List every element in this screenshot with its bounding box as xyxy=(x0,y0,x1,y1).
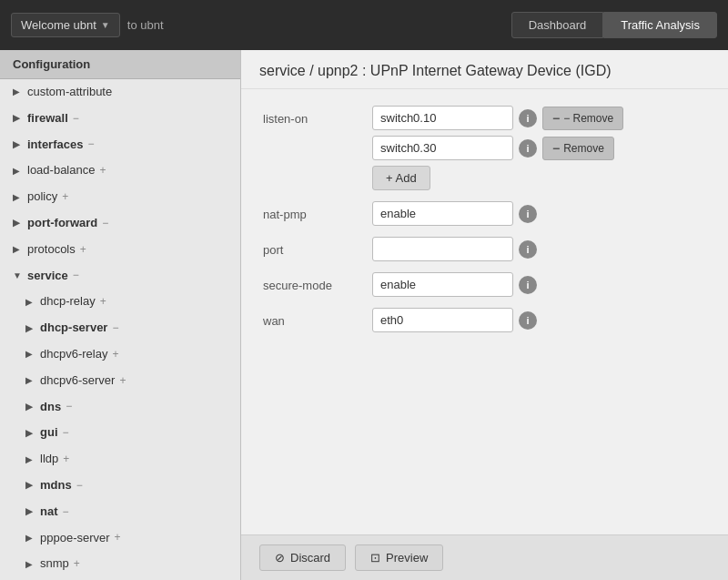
sidebar-item-label: dhcp-relay xyxy=(40,292,96,311)
secure-mode-info-icon[interactable]: i xyxy=(519,276,537,294)
sidebar-item-firewall[interactable]: ▶ firewall − xyxy=(0,106,240,132)
nat-pmp-input[interactable] xyxy=(372,201,513,226)
sidebar-item-policy[interactable]: ▶ policy + xyxy=(0,184,240,210)
chevron-right-icon: ▶ xyxy=(25,453,36,467)
sidebar-item-op: − xyxy=(102,215,108,232)
secure-mode-label: secure-mode xyxy=(263,272,372,292)
sidebar-item-dhcp-server[interactable]: ▶ dhcp-server − xyxy=(0,315,240,341)
sidebar-item-op: + xyxy=(99,162,106,179)
port-info-icon[interactable]: i xyxy=(519,240,537,259)
sidebar-item-label: mdns xyxy=(40,476,72,495)
wan-label: wan xyxy=(263,308,372,328)
sidebar-item-label: lldp xyxy=(40,450,58,469)
sidebar-item-op: + xyxy=(112,346,118,363)
listen-on-controls: i − − Remove i − Remove xyxy=(372,106,706,190)
sidebar-item-label: custom-attribute xyxy=(27,83,112,102)
sidebar-item-interfaces[interactable]: ▶ interfaces − xyxy=(0,132,240,158)
welcome-label: Welcome ubnt xyxy=(21,18,96,32)
wan-input[interactable] xyxy=(372,308,513,332)
preview-icon: ⊡ xyxy=(370,551,380,565)
secure-mode-input[interactable] xyxy=(372,272,513,297)
port-input[interactable] xyxy=(372,237,513,261)
sidebar-item-gui[interactable]: ▶ gui − xyxy=(0,420,240,446)
listen-on-input-1[interactable] xyxy=(372,106,513,130)
chevron-right-icon: ▶ xyxy=(13,137,24,152)
chevron-right-icon: ▶ xyxy=(25,426,36,441)
sidebar-item-label: policy xyxy=(27,188,57,207)
dropdown-arrow-icon: ▼ xyxy=(101,20,110,30)
remove-label: Remove xyxy=(563,142,604,155)
sidebar: Configuration ▶ custom-attribute ▶ firew… xyxy=(0,50,241,580)
secure-mode-row: i xyxy=(372,272,706,297)
chevron-right-icon: ▶ xyxy=(25,400,36,414)
port-controls: i xyxy=(372,237,706,261)
sidebar-item-label: port-forward xyxy=(27,214,97,233)
sidebar-item-dhcpv6-server[interactable]: ▶ dhcpv6-server + xyxy=(0,368,240,394)
sidebar-item-lldp[interactable]: ▶ lldp + xyxy=(0,446,240,473)
chevron-right-icon: ▶ xyxy=(25,504,36,519)
sidebar-item-op: + xyxy=(62,188,68,206)
nat-pmp-row: i xyxy=(372,201,706,226)
sidebar-item-dhcp-relay[interactable]: ▶ dhcp-relay + xyxy=(0,289,240,315)
listen-on-info-icon-1[interactable]: i xyxy=(519,109,537,127)
sidebar-item-load-balance[interactable]: ▶ load-balance + xyxy=(0,158,240,184)
chevron-right-icon: ▶ xyxy=(25,531,36,545)
remove-button-2[interactable]: − Remove xyxy=(542,137,614,160)
sidebar-item-op: − xyxy=(76,477,83,494)
sidebar-item-snmp[interactable]: ▶ snmp + xyxy=(0,551,240,577)
sidebar-item-dns[interactable]: ▶ dns − xyxy=(0,394,240,421)
sidebar-item-mdns[interactable]: ▶ mdns − xyxy=(0,473,240,499)
sidebar-header: Configuration xyxy=(0,50,240,79)
traffic-analysis-nav-button[interactable]: Traffic Analysis xyxy=(603,12,717,38)
nat-pmp-info-icon[interactable]: i xyxy=(519,205,537,223)
chevron-right-icon: ▶ xyxy=(13,85,24,99)
sidebar-item-label: load-balance xyxy=(27,161,95,180)
chevron-right-icon: ▶ xyxy=(25,373,36,388)
add-button[interactable]: + Add xyxy=(372,166,430,190)
sidebar-item-label: firewall xyxy=(27,109,68,128)
content-footer: ⊘ Discard ⊡ Preview xyxy=(241,534,728,580)
topbar-left: Welcome ubnt ▼ to ubnt xyxy=(11,13,164,37)
sidebar-item-op: − xyxy=(73,267,79,284)
discard-button[interactable]: ⊘ Discard xyxy=(259,544,346,571)
sidebar-item-dhcpv6-relay[interactable]: ▶ dhcpv6-relay + xyxy=(0,341,240,368)
discard-label: Discard xyxy=(290,551,330,565)
sidebar-item-nat[interactable]: ▶ nat − xyxy=(0,499,240,525)
preview-button[interactable]: ⊡ Preview xyxy=(355,544,443,571)
remove-button-1[interactable]: − − Remove xyxy=(542,107,623,130)
listen-on-row-1: i − − Remove xyxy=(372,106,706,130)
main-layout: Configuration ▶ custom-attribute ▶ firew… xyxy=(0,50,728,580)
sidebar-item-port-forward[interactable]: ▶ port-forward − xyxy=(0,210,240,237)
chevron-right-icon: ▶ xyxy=(25,478,36,493)
welcome-button[interactable]: Welcome ubnt ▼ xyxy=(11,13,120,37)
chevron-right-icon: ▶ xyxy=(25,295,36,310)
listen-on-info-icon-2[interactable]: i xyxy=(519,139,537,158)
topbar-nav: Dashboard Traffic Analysis xyxy=(511,12,717,38)
content-body: listen-on i − − Remove i − xyxy=(241,89,728,534)
dashboard-nav-button[interactable]: Dashboard xyxy=(511,12,604,38)
chevron-right-icon: ▶ xyxy=(13,242,24,257)
wan-info-icon[interactable]: i xyxy=(519,311,537,330)
nat-pmp-controls: i xyxy=(372,201,706,226)
secure-mode-controls: i xyxy=(372,272,706,297)
sidebar-item-op: − xyxy=(73,110,79,127)
sidebar-item-label: protocols xyxy=(27,240,76,259)
sidebar-item-label: pppoe-server xyxy=(40,529,110,548)
sidebar-item-label: service xyxy=(27,267,68,286)
chevron-right-icon: ▶ xyxy=(13,216,24,230)
wan-controls: i xyxy=(372,308,706,332)
chevron-right-icon: ▶ xyxy=(25,557,36,572)
sidebar-item-protocols[interactable]: ▶ protocols + xyxy=(0,237,240,263)
sidebar-item-op: + xyxy=(115,529,121,546)
secure-mode-field: secure-mode i xyxy=(263,272,706,297)
sidebar-item-op: + xyxy=(74,555,80,573)
sidebar-item-label: snmp xyxy=(40,555,69,574)
sidebar-item-custom-attribute[interactable]: ▶ custom-attribute xyxy=(0,79,240,106)
sidebar-item-pppoe-server[interactable]: ▶ pppoe-server + xyxy=(0,525,240,552)
sidebar-item-service[interactable]: ▼ service − xyxy=(0,263,240,290)
chevron-down-icon: ▼ xyxy=(13,269,24,283)
port-label: port xyxy=(263,237,372,257)
sidebar-item-op: + xyxy=(100,293,106,310)
listen-on-input-2[interactable] xyxy=(372,136,513,160)
port-row: i xyxy=(372,237,706,261)
